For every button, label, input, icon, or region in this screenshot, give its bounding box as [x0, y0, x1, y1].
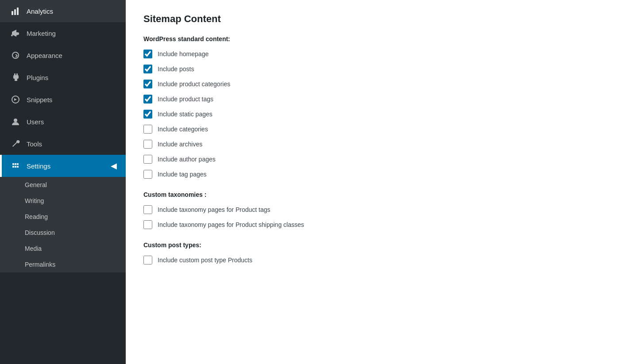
sidebar-item-snippets[interactable]: Snippets — [0, 88, 126, 111]
include-static-pages-label: Include static pages — [158, 111, 213, 118]
content-area: Sitemap Content WordPress standard conte… — [126, 0, 630, 364]
sidebar-item-marketing[interactable]: Marketing — [0, 22, 126, 44]
sidebar-item-plugins[interactable]: Plugins — [0, 66, 126, 88]
submenu-permalinks[interactable]: Permalinks — [0, 257, 126, 272]
snippets-label: Snippets — [27, 96, 52, 103]
submenu-reading[interactable]: Reading — [0, 209, 126, 225]
checkbox-taxonomy-shipping-classes-input[interactable] — [143, 220, 152, 229]
include-archives-label: Include archives — [158, 141, 202, 148]
checkbox-include-product-tags[interactable]: Include product tags — [143, 95, 612, 103]
checkbox-include-archives[interactable]: Include archives — [143, 140, 612, 149]
sidebar-item-tools[interactable]: Tools — [0, 133, 126, 155]
settings-submenu: General Writing Reading Discussion Media… — [0, 177, 126, 272]
custom-taxonomies-checkbox-group: Include taxonomy pages for Product tags … — [143, 205, 612, 229]
custom-post-types-section: Custom post types: Include custom post t… — [143, 241, 612, 264]
submenu-general[interactable]: General — [0, 177, 126, 193]
checkbox-taxonomy-shipping-classes[interactable]: Include taxonomy pages for Product shipp… — [143, 220, 612, 229]
checkbox-custom-post-products-input[interactable] — [143, 256, 152, 264]
svg-point-9 — [14, 119, 17, 122]
tools-label: Tools — [27, 140, 42, 148]
checkbox-include-static-pages[interactable]: Include static pages — [143, 110, 612, 119]
include-tag-pages-label: Include tag pages — [158, 171, 207, 178]
custom-post-types-title: Custom post types: — [143, 241, 612, 249]
checkbox-custom-post-products[interactable]: Include custom post type Products — [143, 256, 612, 264]
checkbox-include-homepage-input[interactable] — [143, 50, 152, 58]
marketing-icon — [11, 28, 20, 38]
include-product-categories-label: Include product categories — [158, 80, 230, 88]
sidebar-item-users[interactable]: Users — [0, 111, 126, 133]
custom-post-products-label: Include custom post type Products — [158, 257, 252, 264]
custom-taxonomies-section: Custom taxonomies : Include taxonomy pag… — [143, 191, 612, 229]
svg-point-3 — [11, 34, 13, 36]
marketing-label: Marketing — [27, 30, 56, 37]
include-product-tags-label: Include product tags — [158, 96, 213, 103]
snippets-icon — [11, 95, 20, 104]
users-icon — [11, 117, 20, 126]
svg-rect-2 — [17, 8, 19, 15]
svg-rect-6 — [13, 75, 19, 79]
submenu-discussion[interactable]: Discussion — [0, 225, 126, 241]
checkbox-taxonomy-product-tags[interactable]: Include taxonomy pages for Product tags — [143, 205, 612, 214]
checkbox-include-product-categories-input[interactable] — [143, 80, 152, 88]
include-homepage-label: Include homepage — [158, 50, 209, 57]
checkbox-include-tag-pages-input[interactable] — [143, 170, 152, 179]
checkbox-include-author-pages-input[interactable] — [143, 155, 152, 164]
wordpress-checkbox-group: Include homepage Include posts Include p… — [143, 50, 612, 179]
custom-taxonomies-title: Custom taxonomies : — [143, 191, 612, 198]
tools-icon — [11, 139, 20, 149]
include-categories-label: Include categories — [158, 126, 208, 133]
sidebar-item-settings[interactable]: Settings ◀ — [0, 155, 126, 177]
wordpress-standard-section: WordPress standard content: Include home… — [143, 35, 612, 179]
page-title: Sitemap Content — [143, 13, 612, 25]
analytics-icon — [11, 6, 20, 16]
include-author-pages-label: Include author pages — [158, 156, 216, 163]
checkbox-include-posts[interactable]: Include posts — [143, 65, 612, 73]
sidebar-item-analytics[interactable]: Analytics — [0, 0, 126, 22]
checkbox-include-static-pages-input[interactable] — [143, 110, 152, 119]
svg-rect-7 — [15, 79, 17, 81]
checkbox-include-homepage[interactable]: Include homepage — [143, 50, 612, 58]
svg-rect-0 — [12, 11, 13, 15]
submenu-media[interactable]: Media — [0, 241, 126, 257]
users-label: Users — [27, 118, 44, 126]
submenu-writing[interactable]: Writing — [0, 193, 126, 209]
plugins-label: Plugins — [27, 74, 48, 81]
svg-rect-1 — [14, 9, 16, 15]
settings-arrow-icon: ◀ — [111, 161, 117, 171]
checkbox-taxonomy-product-tags-input[interactable] — [143, 205, 152, 214]
checkbox-include-posts-input[interactable] — [143, 65, 152, 73]
sidebar: Analytics Marketing Appearance Plugins S… — [0, 0, 126, 364]
checkbox-include-product-tags-input[interactable] — [143, 95, 152, 103]
taxonomy-shipping-classes-label: Include taxonomy pages for Product shipp… — [158, 221, 304, 228]
sidebar-item-appearance[interactable]: Appearance — [0, 44, 126, 66]
settings-icon — [11, 161, 20, 171]
checkbox-include-archives-input[interactable] — [143, 140, 152, 149]
checkbox-include-categories-input[interactable] — [143, 125, 152, 134]
wordpress-section-title: WordPress standard content: — [143, 35, 612, 42]
checkbox-include-categories[interactable]: Include categories — [143, 125, 612, 134]
appearance-icon — [11, 50, 20, 60]
appearance-label: Appearance — [27, 52, 62, 59]
settings-label: Settings — [27, 162, 50, 170]
checkbox-include-author-pages[interactable]: Include author pages — [143, 155, 612, 164]
taxonomy-product-tags-label: Include taxonomy pages for Product tags — [158, 206, 270, 213]
main-content: Sitemap Content WordPress standard conte… — [126, 0, 630, 364]
custom-post-types-checkbox-group: Include custom post type Products — [143, 256, 612, 264]
plugins-icon — [11, 73, 20, 82]
checkbox-include-product-categories[interactable]: Include product categories — [143, 80, 612, 88]
include-posts-label: Include posts — [158, 65, 194, 73]
checkbox-include-tag-pages[interactable]: Include tag pages — [143, 170, 612, 179]
analytics-label: Analytics — [27, 8, 53, 15]
